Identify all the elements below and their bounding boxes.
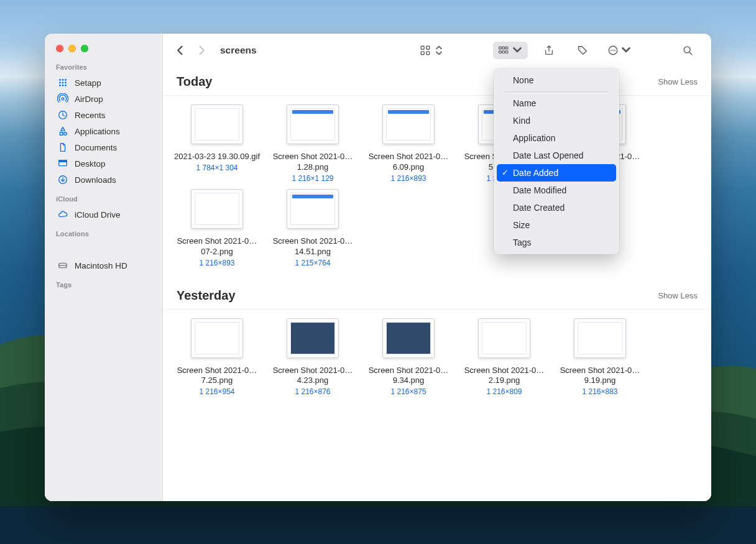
sidebar-item-documents[interactable]: Documents [53, 139, 156, 155]
menu-item-date-modified[interactable]: Date Modified [497, 182, 616, 199]
file-thumbnail [382, 318, 435, 358]
svg-rect-24 [502, 51, 505, 53]
file-item[interactable]: Screen Shot 2021-0…9.19.png1 216×883 [552, 318, 648, 397]
actions-button[interactable] [604, 42, 635, 59]
window-controls [56, 45, 156, 52]
menu-item-date-created[interactable]: Date Created [497, 199, 616, 216]
file-item[interactable]: Screen Shot 2021-0…7.25.png1 216×954 [169, 318, 265, 397]
file-item[interactable]: Screen Shot 2021-0…6.09.png1 216×893 [361, 104, 456, 183]
menu-item-size[interactable]: Size [497, 216, 616, 234]
menu-item-date-added[interactable]: Date Added [497, 164, 616, 182]
file-item[interactable]: Screen Shot 2021-0…9.34.png1 216×875 [361, 318, 456, 397]
file-dimensions: 1 216×875 [390, 387, 426, 396]
minimize-window-button[interactable] [68, 45, 76, 52]
file-thumbnail [191, 318, 243, 358]
group-header: TodayShow Less [163, 67, 711, 95]
sidebar-item-icloud-drive[interactable]: iCloud Drive [53, 206, 156, 223]
file-item[interactable]: Screen Shot 2021-0…1.28.png1 216×1 129 [265, 104, 361, 183]
sidebar-item-label: Documents [75, 143, 117, 152]
disk-icon-wrap [57, 260, 68, 271]
sidebar-item-label: iCloud Drive [75, 210, 121, 219]
menu-item-none[interactable]: None [497, 71, 616, 89]
cloud-icon [57, 209, 68, 220]
sidebar-item-label: Setapp [75, 78, 101, 88]
sidebar-item-recents[interactable]: Recents [53, 107, 156, 123]
blank-icon-wrap [57, 244, 68, 255]
svg-rect-19 [426, 52, 430, 55]
file-thumbnail [191, 104, 243, 144]
desktop-icon-wrap [57, 158, 68, 169]
sidebar-section-label: Locations [56, 230, 154, 237]
sidebar-item-applications[interactable]: Applications [53, 123, 156, 139]
group-by-button[interactable] [493, 42, 528, 59]
file-item[interactable]: 2021-03-23 19.30.09.gif1 784×1 304 [169, 104, 265, 183]
chevron-down-icon [620, 45, 632, 56]
file-item[interactable]: Screen Shot 2021-0…2.19.png1 216×809 [456, 318, 552, 397]
menu-item-tags[interactable]: Tags [497, 234, 616, 251]
file-dimensions: 1 784×1 304 [196, 164, 237, 172]
sidebar-item-airdrop[interactable]: AirDrop [53, 91, 156, 107]
grid-view-icon [420, 45, 431, 56]
forward-button[interactable] [195, 42, 208, 59]
share-button[interactable] [537, 42, 561, 59]
svg-point-6 [65, 82, 67, 84]
sidebar-item-downloads[interactable]: Downloads [53, 172, 156, 188]
sidebar-item-macintosh-hd[interactable]: Macintosh HD [53, 257, 156, 274]
more-icon [607, 45, 619, 56]
file-thumbnail [574, 318, 626, 358]
tags-button[interactable] [570, 42, 595, 59]
show-less-button[interactable]: Show Less [658, 291, 698, 300]
sidebar: FavoritesSetappAirDropRecentsApplication… [45, 34, 163, 501]
menu-item-date-last-opened[interactable]: Date Last Opened [497, 147, 616, 164]
menu-item-name[interactable]: Name [497, 95, 616, 112]
search-button[interactable] [675, 42, 700, 59]
sidebar-item-label: Downloads [75, 175, 116, 185]
svg-rect-13 [59, 160, 67, 162]
file-name: Screen Shot 2021-0…7.25.png [173, 366, 260, 387]
doc-icon [57, 142, 68, 153]
svg-rect-25 [505, 51, 508, 53]
sidebar-item-label: Applications [75, 127, 120, 136]
sidebar-section-label: Tags [56, 281, 154, 288]
group-by-menu: NoneNameKindApplicationDate Last OpenedD… [494, 68, 619, 254]
file-thumbnail [287, 104, 339, 144]
svg-point-30 [684, 47, 690, 53]
desktop-icon [57, 158, 68, 169]
file-dimensions: 1 216×893 [390, 174, 426, 183]
clock-icon-wrap [57, 109, 68, 121]
zoom-window-button[interactable] [81, 45, 88, 52]
file-dimensions: 1 216×809 [486, 387, 522, 396]
sidebar-item-desktop[interactable]: Desktop [53, 155, 156, 172]
finder-window: FavoritesSetappAirDropRecentsApplication… [45, 34, 711, 501]
menu-item-application[interactable]: Application [497, 129, 616, 147]
svg-point-9 [65, 85, 67, 86]
close-window-button[interactable] [56, 45, 63, 52]
file-item[interactable]: Screen Shot 2021-0…14.51.png1 215×764 [265, 189, 361, 267]
download-icon [57, 174, 68, 185]
menu-separator [504, 91, 609, 92]
svg-point-7 [59, 85, 61, 86]
svg-point-29 [614, 50, 615, 51]
svg-rect-21 [502, 47, 505, 49]
blank-icon [57, 244, 68, 255]
sidebar-item-blank[interactable] [53, 241, 156, 257]
file-item[interactable]: Screen Shot 2021-0…4.23.png1 216×876 [265, 318, 361, 397]
file-grid: Screen Shot 2021-0…7.25.png1 216×954Scre… [163, 310, 711, 410]
svg-point-5 [62, 82, 64, 84]
svg-rect-0 [0, 507, 756, 544]
file-name: Screen Shot 2021-0…07-2.png [173, 236, 260, 257]
file-name: Screen Shot 2021-0…2.19.png [461, 366, 548, 387]
menu-item-kind[interactable]: Kind [497, 112, 616, 129]
share-icon [543, 45, 555, 56]
airdrop-icon [57, 93, 68, 104]
back-button[interactable] [174, 42, 187, 59]
search-icon [682, 45, 693, 56]
file-dimensions: 1 216×883 [582, 387, 617, 396]
group-icon [498, 45, 509, 56]
sidebar-item-label: Desktop [75, 159, 106, 168]
file-item[interactable]: Screen Shot 2021-0…07-2.png1 216×893 [169, 189, 265, 267]
svg-rect-22 [505, 47, 508, 49]
view-mode-button[interactable] [416, 42, 448, 59]
show-less-button[interactable]: Show Less [658, 77, 698, 86]
sidebar-item-setapp[interactable]: Setapp [53, 75, 156, 91]
